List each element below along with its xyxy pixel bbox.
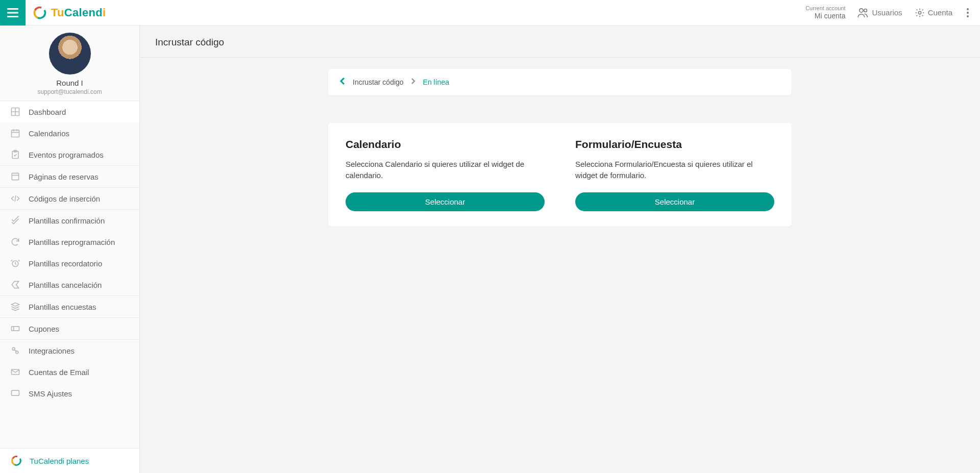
mail-icon <box>10 367 20 377</box>
svg-point-6 <box>860 8 863 12</box>
sidebar-item-label: Calendarios <box>29 129 69 138</box>
main: Incrustar código Incrustar código En lín… <box>140 26 980 473</box>
sidebar-item-reschedule-templates[interactable]: Plantillas reprogramación <box>0 231 139 253</box>
check-icon <box>10 215 20 226</box>
sidebar-item-embed-codes[interactable]: Códigos de inserción <box>0 188 139 209</box>
integrations-icon <box>10 345 20 356</box>
sidebar-item-label: Plantillas confirmación <box>29 216 105 225</box>
topbar-right: Current account Mi cuenta Usuarios Cuent… <box>805 5 980 20</box>
breadcrumb-root[interactable]: Incrustar código <box>353 78 404 86</box>
sidebar-item-label: Dashboard <box>29 108 66 116</box>
svg-point-8 <box>918 11 921 14</box>
sidebar-item-dashboard[interactable]: Dashboard <box>0 101 139 122</box>
account-label: Cuenta <box>928 8 952 17</box>
current-account-name: Mi cuenta <box>805 12 845 20</box>
sidebar-item-label: SMS Ajustes <box>29 389 72 398</box>
layers-icon <box>10 302 20 312</box>
page-icon <box>10 171 20 182</box>
sidebar-item-email-accounts[interactable]: Cuentas de Email <box>0 361 139 383</box>
sidebar-item-label: Páginas de reservas <box>29 172 99 181</box>
options-card: Calendario Selecciona Calendario si quie… <box>328 123 792 227</box>
option-description: Selecciona Calendario si quieres utiliza… <box>346 159 545 181</box>
sidebar: Round I support@tucalendi.com Dashboard … <box>0 26 140 473</box>
option-description: Selecciona Formulario/Encuesta si quiere… <box>575 159 774 181</box>
breadcrumb-card: Incrustar código En línea <box>328 69 792 95</box>
sidebar-item-sms-settings[interactable]: SMS Ajustes <box>0 383 139 404</box>
brand-logo-icon <box>10 455 22 467</box>
breadcrumb-back[interactable] <box>339 77 346 87</box>
gear-icon <box>915 8 925 18</box>
option-title: Calendario <box>346 138 545 151</box>
svg-rect-1 <box>7 12 18 13</box>
option-form-survey: Formulario/Encuesta Selecciona Formulari… <box>575 138 774 211</box>
hamburger-button[interactable] <box>0 0 26 26</box>
current-account-label: Current account <box>805 5 845 12</box>
sidebar-item-label: Cupones <box>29 325 59 333</box>
sidebar-item-scheduled-events[interactable]: Eventos programados <box>0 144 139 165</box>
sidebar-item-reminder-templates[interactable]: Plantillas recordatorio <box>0 253 139 274</box>
sidebar-item-label: Plantillas recordatorio <box>29 259 102 268</box>
avatar[interactable] <box>49 33 91 74</box>
select-form-button[interactable]: Seleccionar <box>575 192 774 211</box>
chevron-right-icon <box>411 78 416 85</box>
svg-rect-2 <box>7 16 18 17</box>
sidebar-item-label: Cuentas de Email <box>29 368 89 377</box>
breadcrumb-separator <box>411 78 416 87</box>
alarm-icon <box>10 258 20 268</box>
sidebar-item-label: Eventos programados <box>29 151 104 159</box>
profile-email: support@tucalendi.com <box>5 88 134 95</box>
svg-point-7 <box>864 9 867 12</box>
code-icon <box>10 193 20 204</box>
brand-logo-icon <box>33 6 47 20</box>
sidebar-footer[interactable]: TuCalendi planes <box>0 448 139 473</box>
sidebar-item-label: Plantillas cancelación <box>29 281 102 289</box>
chevron-left-icon <box>339 77 346 85</box>
refresh-icon <box>10 237 20 247</box>
sms-icon <box>10 388 20 399</box>
sidebar-item-label: Plantillas encuestas <box>29 303 96 311</box>
sidebar-item-confirmation-templates[interactable]: Plantillas confirmación <box>0 210 139 231</box>
option-title: Formulario/Encuesta <box>575 138 774 151</box>
current-account[interactable]: Current account Mi cuenta <box>805 5 845 20</box>
breadcrumb-current: En línea <box>423 78 449 86</box>
sidebar-item-coupons[interactable]: Cupones <box>0 318 139 339</box>
page-title-bar: Incrustar código <box>140 26 980 58</box>
hamburger-icon <box>7 8 18 17</box>
sidebar-item-integrations[interactable]: Integraciones <box>0 340 139 361</box>
users-label: Usuarios <box>872 8 902 17</box>
account-link[interactable]: Cuenta <box>915 8 952 18</box>
select-calendar-button[interactable]: Seleccionar <box>346 192 545 211</box>
sidebar-nav: Dashboard Calendarios Eventos programado… <box>0 101 139 448</box>
users-icon <box>857 8 869 18</box>
more-menu[interactable] <box>965 5 971 20</box>
profile-name: Round I <box>5 79 134 87</box>
cancel-icon <box>10 280 20 290</box>
svg-rect-10 <box>12 130 19 137</box>
topbar: TuCalendi Current account Mi cuenta Usua… <box>0 0 980 26</box>
sidebar-item-label: Códigos de inserción <box>29 194 100 203</box>
sidebar-item-calendars[interactable]: Calendarios <box>0 122 139 144</box>
sidebar-item-survey-templates[interactable]: Plantillas encuestas <box>0 296 139 317</box>
svg-rect-13 <box>12 173 18 180</box>
brand[interactable]: TuCalendi <box>33 6 106 20</box>
clipboard-icon <box>10 150 20 160</box>
users-link[interactable]: Usuarios <box>857 8 902 18</box>
sidebar-item-label: Integraciones <box>29 346 75 355</box>
dashboard-icon <box>10 107 20 117</box>
profile-block: Round I support@tucalendi.com <box>0 26 139 101</box>
sidebar-item-cancellation-templates[interactable]: Plantillas cancelación <box>0 274 139 295</box>
ticket-icon <box>10 323 20 334</box>
svg-rect-15 <box>12 327 19 331</box>
option-calendar: Calendario Selecciona Calendario si quie… <box>346 138 545 211</box>
page-title: Incrustar código <box>155 37 965 48</box>
content: Incrustar código En línea Calendario Sel… <box>140 58 980 238</box>
brand-text: TuCalendi <box>51 6 106 19</box>
calendar-icon <box>10 128 20 138</box>
sidebar-item-booking-pages[interactable]: Páginas de reservas <box>0 166 139 187</box>
svg-rect-0 <box>7 8 18 10</box>
sidebar-item-label: Plantillas reprogramación <box>29 238 115 246</box>
plans-link[interactable]: TuCalendi planes <box>30 457 89 465</box>
